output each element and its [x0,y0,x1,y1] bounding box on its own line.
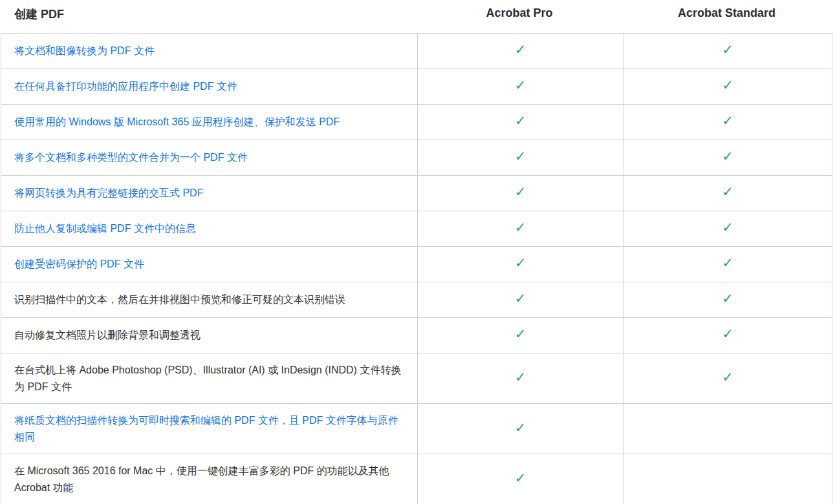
checkmark-icon: ✓ [515,220,526,234]
standard-cell: ✓ [624,318,832,353]
pro-cell: ✓ [418,247,624,282]
checkmark-icon: ✓ [515,185,526,198]
feature-label[interactable]: 使用常用的 Windows 版 Microsoft 365 应用程序创建、保护和… [14,116,340,127]
table-header: 创建 PDF Acrobat Pro Acrobat Standard [0,0,832,33]
checkmark-icon: ✓ [515,149,526,163]
feature-comparison-table: 将文档和图像转换为 PDF 文件 ✓ ✓ 在任何具备打印功能的应用程序中创建 P… [1,33,832,504]
feature-label[interactable]: 在任何具备打印功能的应用程序中创建 PDF 文件 [14,81,237,92]
feature-label: 自动修复文档照片以删除背景和调整透视 [14,330,201,341]
feature-cell: 将网页转换为具有完整链接的交互式 PDF [1,176,418,211]
checkmark-icon: ✓ [515,370,526,384]
standard-cell [624,404,832,454]
checkmark-icon: ✓ [722,256,733,269]
pro-cell: ✓ [418,318,624,353]
standard-cell: ✓ [624,211,832,247]
standard-cell [624,454,832,504]
feature-cell: 在台式机上将 Adobe Photoshop (PSD)、Illustrator… [1,353,418,404]
table-row: 将纸质文档的扫描件转换为可即时搜索和编辑的 PDF 文件，且 PDF 文件字体与… [1,404,832,454]
column-header-acrobat-standard: Acrobat Standard [622,6,831,20]
checkmark-icon: ✓ [722,327,733,341]
table-row: 创建受密码保护的 PDF 文件 ✓ ✓ [1,247,832,282]
feature-table-body: 将文档和图像转换为 PDF 文件 ✓ ✓ 在任何具备打印功能的应用程序中创建 P… [1,34,832,504]
feature-label[interactable]: 将多个文档和多种类型的文件合并为一个 PDF 文件 [14,152,248,163]
feature-label: 识别扫描件中的文本，然后在并排视图中预览和修正可疑的文本识别错误 [14,294,345,305]
feature-label[interactable]: 防止他人复制或编辑 PDF 文件中的信息 [14,223,196,234]
table-row: 自动修复文档照片以删除背景和调整透视 ✓ ✓ [1,318,832,353]
table-row: 识别扫描件中的文本，然后在并排视图中预览和修正可疑的文本识别错误 ✓ ✓ [1,282,832,318]
checkmark-icon: ✓ [722,370,733,384]
checkmark-icon: ✓ [722,78,733,92]
table-row: 在任何具备打印功能的应用程序中创建 PDF 文件 ✓ ✓ [1,69,832,105]
checkmark-icon: ✓ [515,327,526,341]
standard-cell: ✓ [624,105,832,140]
pro-cell: ✓ [418,34,624,69]
checkmark-icon: ✓ [515,256,526,269]
feature-cell: 将纸质文档的扫描件转换为可即时搜索和编辑的 PDF 文件，且 PDF 文件字体与… [1,404,418,454]
checkmark-icon: ✓ [515,114,526,127]
table-row: 在台式机上将 Adobe Photoshop (PSD)、Illustrator… [1,353,832,404]
checkmark-icon: ✓ [722,149,733,163]
checkmark-icon: ✓ [515,421,526,434]
table-row: 使用常用的 Windows 版 Microsoft 365 应用程序创建、保护和… [1,105,832,140]
feature-cell: 将多个文档和多种类型的文件合并为一个 PDF 文件 [1,140,418,176]
pro-cell: ✓ [418,69,624,105]
feature-cell: 使用常用的 Windows 版 Microsoft 365 应用程序创建、保护和… [1,105,418,140]
checkmark-icon: ✓ [722,185,733,198]
standard-cell: ✓ [624,247,832,282]
feature-cell: 将文档和图像转换为 PDF 文件 [1,34,418,69]
standard-cell: ✓ [624,69,832,105]
checkmark-icon: ✓ [722,291,733,305]
checkmark-icon: ✓ [515,78,526,92]
standard-cell: ✓ [624,140,832,176]
feature-label[interactable]: 将网页转换为具有完整链接的交互式 PDF [14,187,203,198]
feature-cell: 在任何具备打印功能的应用程序中创建 PDF 文件 [1,69,418,105]
checkmark-icon: ✓ [515,291,526,305]
feature-label[interactable]: 创建受密码保护的 PDF 文件 [14,258,144,269]
pro-cell: ✓ [418,404,624,454]
standard-cell: ✓ [624,176,832,211]
pro-cell: ✓ [418,176,624,211]
feature-label: 在台式机上将 Adobe Photoshop (PSD)、Illustrator… [14,364,401,392]
standard-cell: ✓ [624,282,832,318]
table-row: 在 Microsoft 365 2016 for Mac 中，使用一键创建丰富多… [1,454,832,504]
feature-cell: 自动修复文档照片以删除背景和调整透视 [1,318,418,353]
pro-cell: ✓ [418,211,624,247]
table-row: 将多个文档和多种类型的文件合并为一个 PDF 文件 ✓ ✓ [1,140,832,176]
feature-cell: 防止他人复制或编辑 PDF 文件中的信息 [1,211,418,247]
feature-cell: 识别扫描件中的文本，然后在并排视图中预览和修正可疑的文本识别错误 [1,282,418,318]
standard-cell: ✓ [624,353,832,404]
checkmark-icon: ✓ [515,43,526,56]
feature-cell: 创建受密码保护的 PDF 文件 [1,247,418,282]
table-row: 将网页转换为具有完整链接的交互式 PDF ✓ ✓ [1,176,832,211]
table-row: 防止他人复制或编辑 PDF 文件中的信息 ✓ ✓ [1,211,832,247]
checkmark-icon: ✓ [722,43,733,56]
checkmark-icon: ✓ [515,471,526,485]
feature-label[interactable]: 将纸质文档的扫描件转换为可即时搜索和编辑的 PDF 文件，且 PDF 文件字体与… [14,415,398,443]
feature-label: 在 Microsoft 365 2016 for Mac 中，使用一键创建丰富多… [14,465,389,493]
column-header-acrobat-pro: Acrobat Pro [417,6,622,20]
checkmark-icon: ✓ [722,114,733,127]
feature-comparison-section: 创建 PDF Acrobat Pro Acrobat Standard 将文档和… [0,0,832,504]
pro-cell: ✓ [418,105,624,140]
pro-cell: ✓ [418,140,624,176]
table-row: 将文档和图像转换为 PDF 文件 ✓ ✓ [1,34,832,69]
feature-cell: 在 Microsoft 365 2016 for Mac 中，使用一键创建丰富多… [1,454,418,504]
standard-cell: ✓ [624,34,832,69]
pro-cell: ✓ [418,353,624,404]
checkmark-icon: ✓ [722,220,733,234]
pro-cell: ✓ [418,282,624,318]
section-title: 创建 PDF [0,6,417,22]
feature-label[interactable]: 将文档和图像转换为 PDF 文件 [14,45,155,56]
pro-cell: ✓ [418,454,624,504]
